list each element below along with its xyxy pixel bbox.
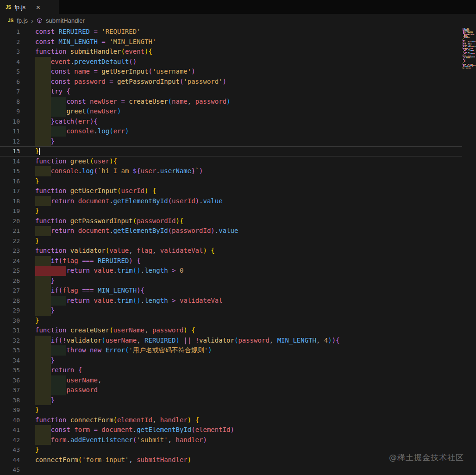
line-number: 6 — [0, 77, 20, 87]
code-line[interactable]: 1const RERUIRED = 'REQUIRED' — [0, 27, 462, 37]
line-number: 30 — [0, 316, 20, 326]
code-line[interactable]: 41 const form = document.getElementById(… — [0, 425, 462, 435]
line-number: 32 — [0, 336, 20, 346]
line-content: } — [35, 306, 55, 316]
code-line[interactable]: 9 greet(newUser) — [0, 106, 462, 117]
code-line[interactable]: 2const MIN_LENGTH = 'MIN_LENGTH' — [0, 37, 462, 47]
line-number: 1 — [0, 27, 20, 37]
code-line[interactable]: 26 } — [0, 276, 462, 286]
code-line[interactable]: 20function getPasswordInput(passwordId){ — [0, 216, 462, 226]
code-lines[interactable]: 1const RERUIRED = 'REQUIRED'2const MIN_L… — [0, 27, 462, 475]
code-line[interactable]: 32 if(!validator(userName, RERUIRED) || … — [0, 336, 462, 346]
code-line[interactable]: 29 } — [0, 306, 462, 316]
line-number: 15 — [0, 166, 20, 176]
code-line[interactable]: 16} — [0, 176, 462, 187]
line-content: } — [35, 316, 39, 326]
line-content: function greet(user){ — [35, 156, 117, 167]
line-number: 33 — [0, 345, 20, 356]
code-line[interactable]: 38 } — [0, 395, 462, 406]
line-content: const password = getPasswordInput('passw… — [35, 77, 226, 87]
line-content: const name = getUserInput('username') — [35, 67, 195, 77]
code-line[interactable]: 13} — [0, 146, 462, 156]
code-line[interactable]: 42 form.addEventListener('submit', handl… — [0, 435, 462, 445]
line-content: } — [35, 176, 39, 187]
line-content: console.log(err) — [35, 126, 129, 137]
code-line[interactable]: 45 — [0, 465, 462, 475]
code-line[interactable]: 23function validator(value, flag, valida… — [0, 246, 462, 256]
line-content: } — [35, 356, 55, 366]
code-line[interactable]: 17function getUserInput(userId) { — [0, 186, 462, 196]
code-line[interactable]: 31function createUser(userName, password… — [0, 325, 462, 336]
code-line[interactable]: 14function greet(user){ — [0, 156, 462, 167]
line-number: 44 — [0, 455, 20, 465]
line-number: 38 — [0, 395, 20, 406]
code-line[interactable]: 12 } — [0, 137, 462, 147]
line-content: throw new Error('用户名或密码不符合规则') — [35, 345, 212, 356]
code-line[interactable]: 15 console.log(`hi I am ${user.userName}… — [0, 166, 462, 176]
line-content: if(flag === RERUIRED) { — [35, 256, 141, 266]
line-content: function connectForm(elementId, handler)… — [35, 415, 199, 425]
code-line[interactable]: 37 password — [0, 385, 462, 395]
line-content: return value.trim().length > 0 — [35, 266, 183, 276]
line-content: function getUserInput(userId) { — [35, 186, 156, 196]
line-content: try { — [35, 87, 70, 97]
code-line[interactable]: 19} — [0, 206, 462, 216]
code-line[interactable]: 22} — [0, 236, 462, 246]
line-number: 18 — [0, 196, 20, 206]
tab-fpjs[interactable]: JS fp.js × — [0, 0, 59, 14]
code-line[interactable]: 36 userName, — [0, 375, 462, 386]
code-line[interactable]: 33 throw new Error('用户名或密码不符合规则') — [0, 345, 462, 356]
breadcrumb-symbol[interactable]: submitHandler — [46, 17, 85, 24]
code-line[interactable]: 5 const name = getUserInput('username') — [0, 67, 462, 77]
code-line[interactable]: 11 console.log(err) — [0, 126, 462, 137]
line-content: } — [35, 445, 39, 455]
code-line[interactable]: 21 return document.getElementById(passwo… — [0, 226, 462, 236]
code-line[interactable]: 4 event.preventDefault() — [0, 57, 462, 67]
line-content: } — [35, 146, 40, 156]
javascript-file-icon: JS — [6, 5, 11, 10]
code-line[interactable]: 25 return value.trim().length > 0 — [0, 266, 462, 276]
watermark: @稀土掘金技术社区 — [389, 452, 464, 463]
line-content: } — [35, 236, 39, 246]
close-tab-icon[interactable]: × — [36, 4, 40, 11]
code-line[interactable]: 34 } — [0, 356, 462, 366]
line-content: form.addEventListener('submit', handler) — [35, 435, 207, 445]
line-number: 37 — [0, 385, 20, 395]
code-line[interactable]: 3function submitHandler(event){ — [0, 47, 462, 57]
line-content: password — [35, 385, 98, 395]
line-number: 20 — [0, 216, 20, 226]
code-line[interactable]: 35 return { — [0, 365, 462, 375]
code-line[interactable]: 8 const newUser = createUser(name, passw… — [0, 97, 462, 107]
line-content: const MIN_LENGTH = 'MIN_LENGTH' — [35, 37, 156, 47]
line-content: const newUser = createUser(name, passwor… — [35, 97, 231, 107]
line-content: function validator(value, flag, validate… — [35, 246, 215, 256]
code-line[interactable]: 28 return value.trim().length > validate… — [0, 296, 462, 306]
code-line[interactable]: 39} — [0, 405, 462, 415]
minimap-line — [463, 50, 476, 51]
line-number: 2 — [0, 37, 20, 47]
line-number: 17 — [0, 186, 20, 196]
line-number: 7 — [0, 87, 20, 97]
line-number: 21 — [0, 226, 20, 236]
line-number: 35 — [0, 365, 20, 375]
line-content: function submitHandler(event){ — [35, 47, 152, 57]
code-line[interactable]: 27 if(flag === MIN_LENGTH){ — [0, 286, 462, 296]
line-number: 24 — [0, 256, 20, 266]
code-line[interactable]: 6 const password = getPasswordInput('pas… — [0, 77, 462, 87]
code-line[interactable]: 10 }catch(err){ — [0, 117, 462, 127]
code-line[interactable]: 40function connectForm(elementId, handle… — [0, 415, 462, 425]
line-number: 4 — [0, 57, 20, 67]
code-line[interactable]: 18 return document.getElementById(userId… — [0, 196, 462, 206]
line-content: return value.trim().length > validateVal — [35, 296, 223, 306]
line-number: 14 — [0, 156, 20, 167]
minimap[interactable] — [463, 28, 476, 69]
code-line[interactable]: 7 try { — [0, 87, 462, 97]
vscode-window: JS fp.js × JS fp.js › submitHandler 1con… — [0, 0, 476, 475]
line-number: 9 — [0, 106, 20, 117]
line-number: 40 — [0, 415, 20, 425]
javascript-file-icon: JS — [8, 18, 13, 23]
line-number: 39 — [0, 405, 20, 415]
breadcrumb-file[interactable]: fp.js — [17, 17, 28, 24]
code-line[interactable]: 24 if(flag === RERUIRED) { — [0, 256, 462, 266]
code-line[interactable]: 30} — [0, 316, 462, 326]
